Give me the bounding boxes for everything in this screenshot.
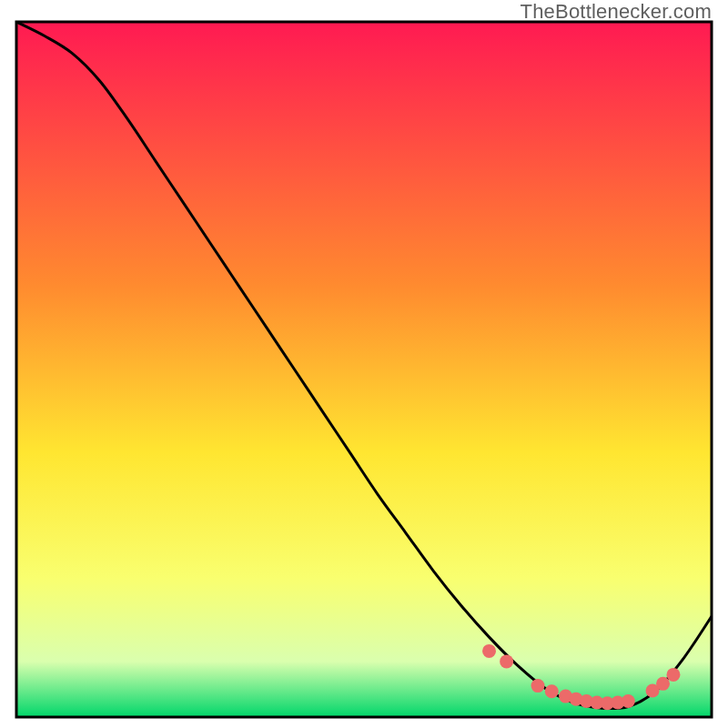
- bottleneck-chart: TheBottlenecker.com: [0, 0, 728, 728]
- watermark-text: TheBottlenecker.com: [521, 0, 712, 24]
- gradient-background: [16, 22, 712, 717]
- curve-marker: [656, 677, 670, 691]
- curve-marker: [622, 694, 635, 708]
- curve-marker: [531, 679, 545, 693]
- curve-marker: [500, 654, 513, 668]
- curve-marker: [666, 668, 680, 682]
- curve-marker: [482, 644, 496, 658]
- curve-marker: [545, 684, 559, 698]
- chart-canvas: [0, 0, 728, 728]
